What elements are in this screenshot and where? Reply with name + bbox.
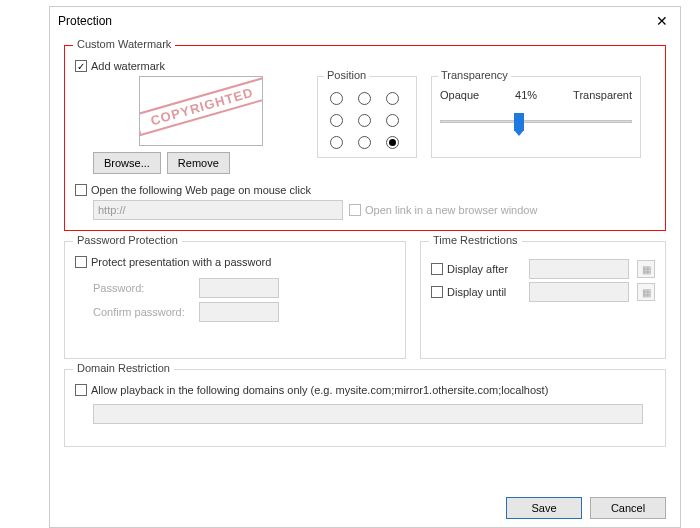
checkbox-icon (75, 256, 87, 268)
checkbox-icon (431, 286, 443, 298)
position-radio-2[interactable] (386, 92, 399, 105)
position-group: Position (317, 76, 417, 158)
transparency-percent: 41% (515, 89, 537, 101)
display-until-label: Display until (447, 286, 506, 298)
close-icon[interactable]: ✕ (652, 11, 672, 31)
watermark-stamp: COPYRIGHTED (139, 77, 263, 137)
confirm-password-label: Confirm password: (93, 306, 193, 318)
save-button[interactable]: Save (506, 497, 582, 519)
position-radio-8[interactable] (386, 136, 399, 149)
transparency-group: Transparency Opaque 41% Transparent (431, 76, 641, 158)
password-protection-group: Password Protection Protect presentation… (64, 241, 406, 359)
password-label: Password: (93, 282, 193, 294)
opaque-label: Opaque (440, 89, 479, 101)
position-grid (326, 89, 408, 151)
domain-restriction-group: Domain Restriction Allow playback in the… (64, 369, 666, 447)
slider-thumb[interactable] (514, 113, 524, 131)
protection-dialog: Protection ✕ Custom Watermark ✓ Add wate… (49, 6, 681, 528)
new-window-label: Open link in a new browser window (365, 204, 537, 216)
transparent-label: Transparent (573, 89, 632, 101)
calendar-icon[interactable]: ▦ (637, 260, 655, 278)
time-legend: Time Restrictions (429, 234, 522, 246)
display-after-checkbox[interactable]: Display after (431, 263, 521, 275)
password-input[interactable] (199, 278, 279, 298)
password-legend: Password Protection (73, 234, 182, 246)
transparency-legend: Transparency (438, 69, 511, 81)
url-input[interactable] (93, 200, 343, 220)
allow-playback-label: Allow playback in the following domains … (91, 384, 548, 396)
display-until-input[interactable] (529, 282, 629, 302)
position-radio-6[interactable] (330, 136, 343, 149)
transparency-slider[interactable] (440, 113, 632, 131)
time-restrictions-group: Time Restrictions Display after ▦ Displa… (420, 241, 666, 359)
watermark-preview: COPYRIGHTED (139, 76, 263, 146)
dialog-title: Protection (58, 14, 112, 28)
domain-list-input[interactable] (93, 404, 643, 424)
position-radio-4[interactable] (358, 114, 371, 127)
checkbox-icon (75, 184, 87, 196)
cancel-button[interactable]: Cancel (590, 497, 666, 519)
position-radio-0[interactable] (330, 92, 343, 105)
browse-button[interactable]: Browse... (93, 152, 161, 174)
open-web-checkbox[interactable]: Open the following Web page on mouse cli… (75, 184, 655, 196)
checkbox-icon (431, 263, 443, 275)
remove-button[interactable]: Remove (167, 152, 230, 174)
protect-password-label: Protect presentation with a password (91, 256, 271, 268)
position-radio-3[interactable] (330, 114, 343, 127)
slider-track (440, 120, 632, 123)
new-window-checkbox[interactable]: Open link in a new browser window (349, 204, 537, 216)
allow-playback-checkbox[interactable]: Allow playback in the following domains … (75, 384, 655, 396)
position-radio-7[interactable] (358, 136, 371, 149)
calendar-icon[interactable]: ▦ (637, 283, 655, 301)
protect-password-checkbox[interactable]: Protect presentation with a password (75, 256, 395, 268)
checkbox-icon (349, 204, 361, 216)
custom-watermark-legend: Custom Watermark (73, 38, 175, 50)
add-watermark-label: Add watermark (91, 60, 165, 72)
open-web-label: Open the following Web page on mouse cli… (91, 184, 311, 196)
checkbox-icon (75, 384, 87, 396)
display-after-label: Display after (447, 263, 508, 275)
position-radio-5[interactable] (386, 114, 399, 127)
position-legend: Position (324, 69, 369, 81)
domain-legend: Domain Restriction (73, 362, 174, 374)
custom-watermark-group: Custom Watermark ✓ Add watermark COPYRIG… (64, 45, 666, 231)
position-radio-1[interactable] (358, 92, 371, 105)
titlebar: Protection ✕ (50, 7, 680, 35)
confirm-password-input[interactable] (199, 302, 279, 322)
checkmark-icon: ✓ (75, 60, 87, 72)
display-until-checkbox[interactable]: Display until (431, 286, 521, 298)
display-after-input[interactable] (529, 259, 629, 279)
